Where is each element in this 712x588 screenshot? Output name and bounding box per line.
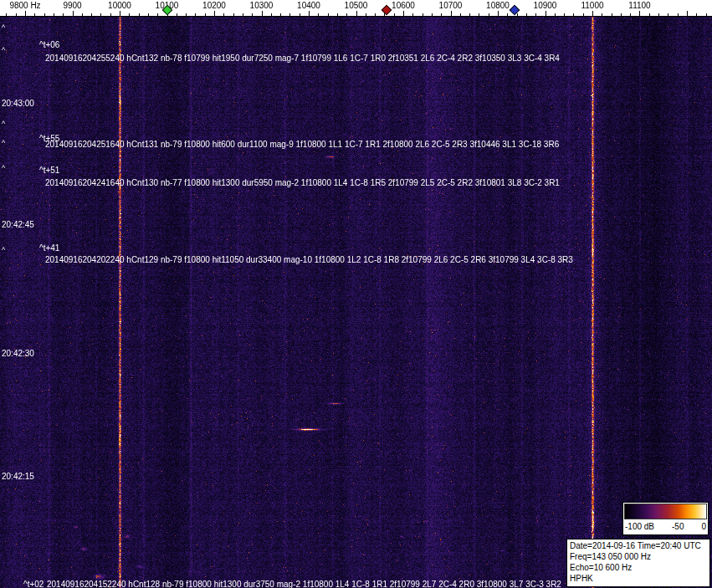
info-echo-frequency: Echo=10 600 Hz [570,562,707,573]
freq-minor-tick [100,13,101,16]
info-date-time: Date=2014-09-16 Time=20:40 UTC [570,540,707,551]
freq-minor-tick [489,13,489,16]
freq-tick-label-10300: 10300 [250,0,274,11]
freq-tick-label-9800: 9800 Hz [9,0,40,11]
freq-minor-tick [517,13,518,16]
freq-minor-tick [479,13,479,16]
freq-minor-tick [44,13,45,16]
freq-minor-tick [678,13,679,16]
colorbar-gradient [624,504,707,519]
freq-minor-tick [375,13,376,16]
freq-minor-tick [346,13,347,16]
freq-minor-tick [129,13,130,16]
freq-minor-tick [186,13,187,16]
freq-tick-label-10600: 10600 [392,0,415,11]
frequency-axis: 9800 Hz990010000101001020010300104001050… [0,0,712,17]
freq-tick-label-10200: 10200 [202,0,226,11]
info-station-code: HPHK [570,573,707,584]
freq-tick-label-10800: 10800 [486,0,510,11]
freq-minor-tick [412,13,413,16]
spectrogram-canvas[interactable] [0,17,712,588]
freq-tick-label-11100: 11100 [628,0,650,11]
freq-tick-label-10900: 10900 [534,0,557,11]
freq-minor-tick [612,13,612,16]
freq-minor-tick [423,13,423,16]
freq-minor-tick [649,13,650,16]
freq-minor-tick [668,13,668,16]
freq-minor-tick [63,13,64,16]
freq-minor-tick [394,13,395,16]
freq-minor-tick [441,13,442,16]
freq-minor-tick [177,13,177,16]
freq-major-tick [309,11,310,16]
freq-major-tick [214,11,215,16]
freq-minor-tick [526,13,527,16]
freq-minor-tick [318,13,319,16]
freq-minor-tick [706,13,707,16]
freq-minor-tick [507,13,508,16]
freq-tick-label-10400: 10400 [297,0,320,11]
freq-major-tick [592,11,593,16]
freq-minor-tick [195,13,196,16]
freq-minor-tick [337,13,338,16]
freq-major-tick [25,11,26,16]
freq-minor-tick [289,13,290,16]
freq-minor-tick [16,13,17,16]
freq-major-tick [262,11,263,16]
freq-minor-tick [469,13,470,16]
freq-minor-tick [535,13,536,16]
freq-tick-label-11000: 11000 [581,0,603,11]
freq-minor-tick [243,13,243,16]
freq-minor-tick [271,13,272,16]
freq-minor-tick [157,13,158,16]
freq-minor-tick [54,13,54,16]
freq-minor-tick [91,13,92,16]
freq-minor-tick [300,13,300,16]
freq-minor-tick [432,13,433,16]
freq-minor-tick [139,13,140,16]
info-frequency: Freq=143 050 000 Hz [570,551,707,562]
freq-minor-tick [460,13,461,16]
freq-minor-tick [366,13,366,16]
freq-minor-tick [205,13,206,16]
freq-tick-label-10700: 10700 [439,0,463,11]
freq-tick-label-10000: 10000 [108,0,131,11]
freq-minor-tick [602,13,602,16]
freq-tick-label-10500: 10500 [345,0,368,11]
freq-major-tick [356,11,357,16]
freq-major-tick [120,11,120,16]
freq-minor-tick [110,13,111,16]
freq-minor-tick [621,13,622,16]
freq-minor-tick [34,13,35,16]
freq-major-tick [546,11,546,16]
freq-major-tick [687,11,688,16]
freq-minor-tick [658,13,659,16]
freq-major-tick [451,11,452,16]
freq-minor-tick [696,13,697,16]
freq-minor-tick [280,13,281,16]
freq-major-tick [498,11,499,16]
freq-minor-tick [148,13,149,16]
status-info-box: Date=2014-09-16 Time=20:40 UTC Freq=143 … [566,539,710,587]
freq-major-tick [73,11,74,16]
freq-minor-tick [252,13,253,16]
colorbar-labels: -100 dB -50 0 [623,520,708,533]
freq-minor-tick [223,13,224,16]
freq-minor-tick [573,13,574,16]
freq-major-tick [639,11,640,16]
colorbar-mid-label: -50 [672,520,684,533]
freq-minor-tick [564,13,565,16]
freq-major-tick [403,11,404,16]
freq-minor-tick [555,13,556,16]
meteor-spectrogram-app: 20:43:0020:42:4520:42:3020:42:15^^^^^^^t… [0,0,712,588]
freq-tick-label-9900: 9900 [63,0,81,11]
freq-minor-tick [82,13,83,16]
colorbar: -100 dB -50 0 [622,502,709,535]
colorbar-min-label: -100 dB [625,520,654,533]
freq-minor-tick [328,13,329,16]
colorbar-max-label: 0 [701,520,706,533]
freq-minor-tick [233,13,234,16]
freq-minor-tick [630,13,631,16]
freq-minor-tick [6,13,7,16]
freq-minor-tick [583,13,584,16]
